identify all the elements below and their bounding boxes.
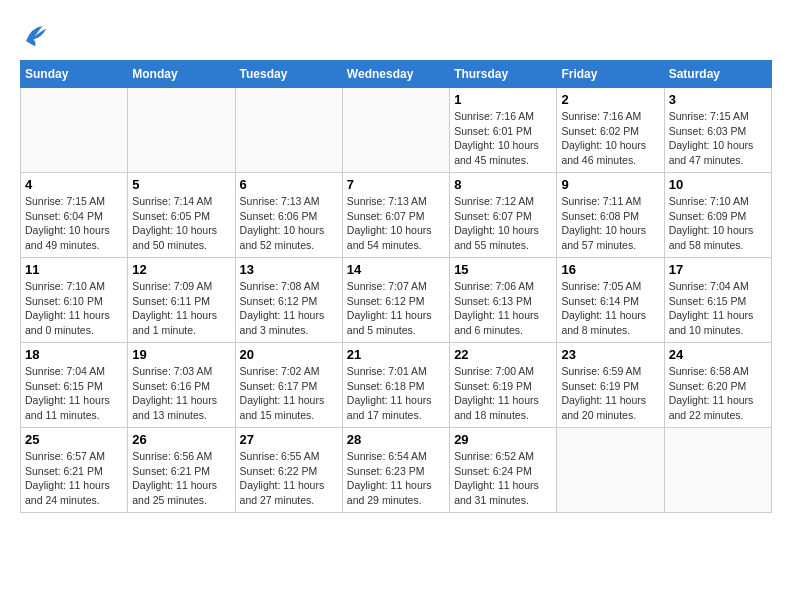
calendar-cell: 11Sunrise: 7:10 AMSunset: 6:10 PMDayligh…	[21, 258, 128, 343]
week-row-1: 1Sunrise: 7:16 AMSunset: 6:01 PMDaylight…	[21, 88, 772, 173]
day-info: Sunrise: 6:57 AMSunset: 6:21 PMDaylight:…	[25, 449, 123, 508]
calendar-cell: 22Sunrise: 7:00 AMSunset: 6:19 PMDayligh…	[450, 343, 557, 428]
calendar-cell: 17Sunrise: 7:04 AMSunset: 6:15 PMDayligh…	[664, 258, 771, 343]
day-info: Sunrise: 7:07 AMSunset: 6:12 PMDaylight:…	[347, 279, 445, 338]
day-number: 19	[132, 347, 230, 362]
calendar-cell: 8Sunrise: 7:12 AMSunset: 6:07 PMDaylight…	[450, 173, 557, 258]
calendar-cell: 25Sunrise: 6:57 AMSunset: 6:21 PMDayligh…	[21, 428, 128, 513]
day-number: 15	[454, 262, 552, 277]
calendar-cell: 10Sunrise: 7:10 AMSunset: 6:09 PMDayligh…	[664, 173, 771, 258]
day-info: Sunrise: 7:16 AMSunset: 6:01 PMDaylight:…	[454, 109, 552, 168]
day-info: Sunrise: 7:11 AMSunset: 6:08 PMDaylight:…	[561, 194, 659, 253]
day-number: 25	[25, 432, 123, 447]
calendar-cell: 23Sunrise: 6:59 AMSunset: 6:19 PMDayligh…	[557, 343, 664, 428]
day-number: 11	[25, 262, 123, 277]
week-row-5: 25Sunrise: 6:57 AMSunset: 6:21 PMDayligh…	[21, 428, 772, 513]
day-number: 1	[454, 92, 552, 107]
day-number: 26	[132, 432, 230, 447]
calendar-cell: 5Sunrise: 7:14 AMSunset: 6:05 PMDaylight…	[128, 173, 235, 258]
calendar-cell: 16Sunrise: 7:05 AMSunset: 6:14 PMDayligh…	[557, 258, 664, 343]
day-number: 29	[454, 432, 552, 447]
calendar-cell	[128, 88, 235, 173]
day-number: 6	[240, 177, 338, 192]
calendar-cell	[21, 88, 128, 173]
column-header-wednesday: Wednesday	[342, 61, 449, 88]
calendar-cell: 18Sunrise: 7:04 AMSunset: 6:15 PMDayligh…	[21, 343, 128, 428]
day-number: 20	[240, 347, 338, 362]
day-info: Sunrise: 7:16 AMSunset: 6:02 PMDaylight:…	[561, 109, 659, 168]
week-row-3: 11Sunrise: 7:10 AMSunset: 6:10 PMDayligh…	[21, 258, 772, 343]
day-info: Sunrise: 7:14 AMSunset: 6:05 PMDaylight:…	[132, 194, 230, 253]
day-number: 23	[561, 347, 659, 362]
calendar-cell: 20Sunrise: 7:02 AMSunset: 6:17 PMDayligh…	[235, 343, 342, 428]
column-header-monday: Monday	[128, 61, 235, 88]
week-row-2: 4Sunrise: 7:15 AMSunset: 6:04 PMDaylight…	[21, 173, 772, 258]
calendar-cell: 7Sunrise: 7:13 AMSunset: 6:07 PMDaylight…	[342, 173, 449, 258]
day-info: Sunrise: 7:02 AMSunset: 6:17 PMDaylight:…	[240, 364, 338, 423]
day-info: Sunrise: 7:00 AMSunset: 6:19 PMDaylight:…	[454, 364, 552, 423]
day-info: Sunrise: 7:15 AMSunset: 6:03 PMDaylight:…	[669, 109, 767, 168]
column-header-friday: Friday	[557, 61, 664, 88]
day-info: Sunrise: 7:04 AMSunset: 6:15 PMDaylight:…	[25, 364, 123, 423]
day-info: Sunrise: 6:59 AMSunset: 6:19 PMDaylight:…	[561, 364, 659, 423]
calendar-cell: 15Sunrise: 7:06 AMSunset: 6:13 PMDayligh…	[450, 258, 557, 343]
day-number: 28	[347, 432, 445, 447]
calendar-cell: 1Sunrise: 7:16 AMSunset: 6:01 PMDaylight…	[450, 88, 557, 173]
day-number: 10	[669, 177, 767, 192]
day-info: Sunrise: 6:54 AMSunset: 6:23 PMDaylight:…	[347, 449, 445, 508]
calendar-cell: 3Sunrise: 7:15 AMSunset: 6:03 PMDaylight…	[664, 88, 771, 173]
day-number: 2	[561, 92, 659, 107]
calendar-cell: 24Sunrise: 6:58 AMSunset: 6:20 PMDayligh…	[664, 343, 771, 428]
day-info: Sunrise: 7:09 AMSunset: 6:11 PMDaylight:…	[132, 279, 230, 338]
day-info: Sunrise: 6:55 AMSunset: 6:22 PMDaylight:…	[240, 449, 338, 508]
day-number: 14	[347, 262, 445, 277]
logo-bird-icon	[20, 20, 50, 50]
day-number: 21	[347, 347, 445, 362]
day-number: 17	[669, 262, 767, 277]
calendar-cell: 2Sunrise: 7:16 AMSunset: 6:02 PMDaylight…	[557, 88, 664, 173]
day-info: Sunrise: 6:56 AMSunset: 6:21 PMDaylight:…	[132, 449, 230, 508]
day-number: 4	[25, 177, 123, 192]
calendar-cell: 4Sunrise: 7:15 AMSunset: 6:04 PMDaylight…	[21, 173, 128, 258]
day-number: 22	[454, 347, 552, 362]
column-header-thursday: Thursday	[450, 61, 557, 88]
day-number: 16	[561, 262, 659, 277]
day-info: Sunrise: 7:03 AMSunset: 6:16 PMDaylight:…	[132, 364, 230, 423]
calendar-header-row: SundayMondayTuesdayWednesdayThursdayFrid…	[21, 61, 772, 88]
day-info: Sunrise: 7:12 AMSunset: 6:07 PMDaylight:…	[454, 194, 552, 253]
header	[20, 20, 772, 50]
column-header-tuesday: Tuesday	[235, 61, 342, 88]
calendar-cell: 6Sunrise: 7:13 AMSunset: 6:06 PMDaylight…	[235, 173, 342, 258]
calendar-cell: 12Sunrise: 7:09 AMSunset: 6:11 PMDayligh…	[128, 258, 235, 343]
week-row-4: 18Sunrise: 7:04 AMSunset: 6:15 PMDayligh…	[21, 343, 772, 428]
day-number: 7	[347, 177, 445, 192]
calendar-cell: 28Sunrise: 6:54 AMSunset: 6:23 PMDayligh…	[342, 428, 449, 513]
calendar-cell: 14Sunrise: 7:07 AMSunset: 6:12 PMDayligh…	[342, 258, 449, 343]
day-number: 18	[25, 347, 123, 362]
logo	[20, 20, 54, 50]
day-number: 13	[240, 262, 338, 277]
day-info: Sunrise: 6:52 AMSunset: 6:24 PMDaylight:…	[454, 449, 552, 508]
calendar-cell	[235, 88, 342, 173]
day-info: Sunrise: 7:05 AMSunset: 6:14 PMDaylight:…	[561, 279, 659, 338]
calendar-table: SundayMondayTuesdayWednesdayThursdayFrid…	[20, 60, 772, 513]
day-info: Sunrise: 7:15 AMSunset: 6:04 PMDaylight:…	[25, 194, 123, 253]
day-number: 5	[132, 177, 230, 192]
day-number: 3	[669, 92, 767, 107]
calendar-cell: 21Sunrise: 7:01 AMSunset: 6:18 PMDayligh…	[342, 343, 449, 428]
calendar-cell	[557, 428, 664, 513]
calendar-cell	[664, 428, 771, 513]
calendar-cell	[342, 88, 449, 173]
day-info: Sunrise: 7:10 AMSunset: 6:09 PMDaylight:…	[669, 194, 767, 253]
column-header-sunday: Sunday	[21, 61, 128, 88]
day-number: 9	[561, 177, 659, 192]
day-number: 8	[454, 177, 552, 192]
column-header-saturday: Saturday	[664, 61, 771, 88]
day-info: Sunrise: 7:13 AMSunset: 6:06 PMDaylight:…	[240, 194, 338, 253]
day-number: 24	[669, 347, 767, 362]
day-number: 12	[132, 262, 230, 277]
calendar-cell: 27Sunrise: 6:55 AMSunset: 6:22 PMDayligh…	[235, 428, 342, 513]
day-info: Sunrise: 7:04 AMSunset: 6:15 PMDaylight:…	[669, 279, 767, 338]
day-info: Sunrise: 7:08 AMSunset: 6:12 PMDaylight:…	[240, 279, 338, 338]
calendar-cell: 9Sunrise: 7:11 AMSunset: 6:08 PMDaylight…	[557, 173, 664, 258]
